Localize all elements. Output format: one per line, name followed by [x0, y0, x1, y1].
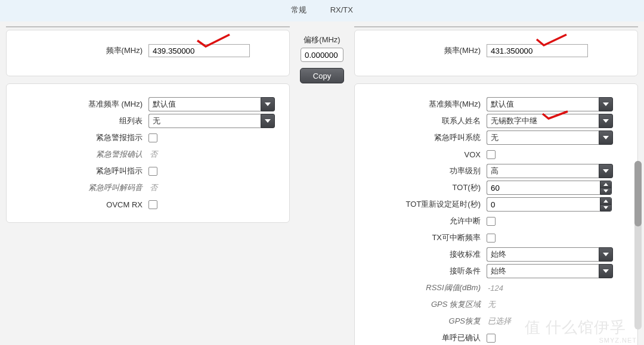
tx-allow-int-label: 允许中断: [360, 216, 487, 226]
scrollbar-thumb[interactable]: [634, 161, 642, 226]
tx-freq-input[interactable]: [487, 44, 588, 57]
tx-emerg-sys-select[interactable]: 无: [487, 130, 613, 145]
tx-tot-rekey-label: TOT重新设定延时(秒): [360, 199, 487, 210]
rx-emerg-call-decode-label: 紧急呼叫解码音: [11, 182, 148, 193]
tx-int-freq-checkbox[interactable]: [487, 234, 496, 243]
tx-tot-spinner[interactable]: [600, 181, 612, 195]
tx-contact-label: 联系人姓名: [360, 116, 487, 126]
tx-int-freq-label: TX可中断频率: [360, 232, 487, 243]
rx-emerg-call-ind-label: 紧急呼叫指示: [11, 166, 148, 176]
chevron-up-icon[interactable]: [600, 198, 611, 205]
tx-power-select[interactable]: 高: [487, 164, 613, 178]
tx-gps-zone-label: GPS 恢复区域: [360, 299, 487, 310]
chevron-up-icon[interactable]: [600, 181, 611, 188]
tx-priv-confirm-checkbox[interactable]: [487, 334, 496, 343]
tx-power-label: 功率级别: [360, 166, 487, 176]
chevron-down-icon[interactable]: [600, 188, 611, 195]
tx-ref-freq-select[interactable]: 默认值: [487, 97, 613, 111]
rx-emerg-alarm-ind-checkbox[interactable]: [148, 133, 157, 142]
tx-allow-int-checkbox[interactable]: [487, 217, 496, 226]
tx-rx-criteria-label: 接收标准: [360, 249, 487, 260]
tx-gps-revert-label: GPS恢复: [360, 316, 487, 327]
rx-freq-label: 频率(MHz): [11, 45, 148, 56]
chevron-down-icon[interactable]: [599, 114, 613, 128]
chevron-down-icon[interactable]: [599, 247, 613, 262]
watermark: 值 什么馆伊孚: [525, 317, 626, 338]
chevron-down-icon[interactable]: [599, 97, 613, 111]
tx-ref-freq-label: 基准频率(MHz): [360, 99, 487, 110]
tx-tot-rekey-spinner[interactable]: [600, 197, 612, 212]
rx-freq-card: 频率(MHz): [6, 30, 290, 76]
tx-settings-card: 基准频率(MHz) 默认值 联系人姓名 无锡数字中继: [354, 83, 638, 345]
tx-admit-label: 接听条件: [360, 266, 487, 276]
rx-group-list-select[interactable]: 无: [148, 114, 275, 128]
tx-vox-label: VOX: [360, 150, 487, 159]
rx-emerg-alarm-ind-label: 紧急警报指示: [11, 132, 148, 143]
rx-freq-input[interactable]: [148, 44, 250, 57]
tab-bar: 常规 RX/TX: [0, 0, 644, 21]
offset-label: 偏移(MHz): [304, 35, 340, 45]
rx-settings-card: 基准频率 (MHz) 默认值 组列表 无: [6, 83, 290, 223]
chevron-down-icon[interactable]: [261, 114, 275, 128]
scrollbar[interactable]: [634, 161, 642, 330]
tx-tot-rekey-input[interactable]: [487, 197, 600, 212]
rx-ovcm-checkbox[interactable]: [148, 200, 157, 209]
tx-rssi-label: RSSI阈值(dBm): [360, 282, 487, 293]
watermark-sub: SMYZ.NET: [599, 337, 637, 344]
rx-ref-freq-select[interactable]: 默认值: [148, 97, 275, 111]
chevron-down-icon[interactable]: [261, 97, 275, 111]
tx-contact-select[interactable]: 无锡数字中继: [487, 114, 613, 128]
rx-ref-freq-label: 基准频率 (MHz): [11, 99, 148, 110]
tx-rssi-value: -124: [487, 284, 503, 293]
tab-rxtx[interactable]: RX/TX: [320, 3, 364, 17]
tx-gps-revert-value: 已选择: [487, 316, 511, 327]
rx-group-list-label: 组列表: [11, 116, 148, 126]
rx-emerg-alarm-ack-label: 紧急警报确认: [11, 149, 148, 160]
tx-gps-zone-value: 无: [487, 299, 496, 310]
rx-emerg-alarm-ack-value: 否: [148, 149, 157, 160]
tx-freq-label: 频率(MHz): [360, 45, 487, 56]
tx-freq-card: 频率(MHz): [354, 30, 638, 76]
tx-admit-select[interactable]: 始终: [487, 264, 613, 278]
rx-ovcm-label: OVCM RX: [11, 200, 148, 209]
tx-vox-checkbox[interactable]: [487, 150, 496, 159]
offset-input[interactable]: [301, 48, 343, 62]
chevron-down-icon[interactable]: [599, 130, 613, 145]
rx-emerg-call-decode-value: 否: [148, 182, 157, 193]
tx-rx-criteria-select[interactable]: 始终: [487, 247, 613, 262]
rx-emerg-call-ind-checkbox[interactable]: [148, 167, 157, 176]
chevron-down-icon[interactable]: [599, 264, 613, 278]
tx-emerg-sys-label: 紧急呼叫系统: [360, 132, 487, 143]
tx-tot-input[interactable]: [487, 181, 600, 195]
copy-button[interactable]: Copy: [300, 68, 344, 83]
tx-tot-label: TOT(秒): [360, 182, 487, 193]
chevron-down-icon[interactable]: [599, 164, 613, 178]
tab-general[interactable]: 常规: [280, 2, 317, 18]
chevron-down-icon[interactable]: [600, 205, 611, 212]
tx-priv-confirm-label: 单呼已确认: [360, 332, 487, 343]
